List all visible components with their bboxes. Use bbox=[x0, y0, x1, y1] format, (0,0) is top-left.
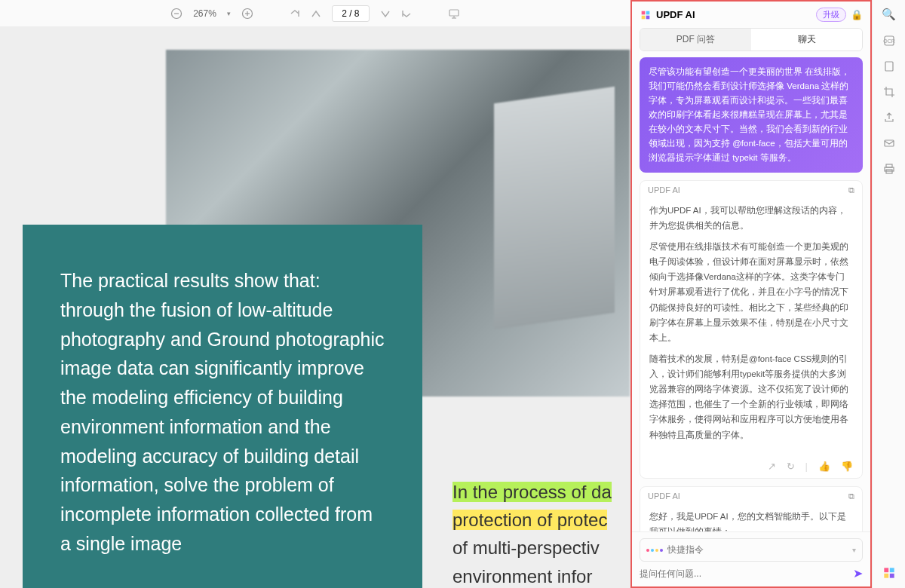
svg-rect-12 bbox=[886, 164, 892, 167]
message-sender: UPDF AI bbox=[648, 492, 680, 501]
next-page-button[interactable] bbox=[380, 8, 391, 19]
ask-input[interactable] bbox=[640, 568, 848, 579]
thumbs-up-icon[interactable]: 👍 bbox=[818, 461, 830, 472]
right-column-text: In the process of da protection of prote… bbox=[452, 478, 630, 588]
share-icon[interactable] bbox=[883, 112, 895, 124]
page-icon[interactable] bbox=[883, 60, 895, 72]
copy-icon[interactable]: ⧉ bbox=[848, 492, 854, 501]
message-sender: UPDF AI bbox=[648, 185, 680, 194]
user-prompt-card: 尽管该功能有望创造一个更美丽的世界 在线排版，我们可能仍然会看到设计师选择像 V… bbox=[640, 57, 863, 173]
message-actions: ↗ ↻ | 👍 👎 bbox=[640, 456, 862, 478]
mail-icon[interactable] bbox=[883, 137, 895, 149]
right-tool-rail: 🔍 OCR bbox=[872, 0, 905, 588]
copy-icon[interactable]: ⧉ bbox=[848, 185, 854, 195]
send-button[interactable]: ➤ bbox=[853, 566, 863, 580]
zoom-dropdown-icon[interactable]: ▾ bbox=[227, 10, 231, 17]
tab-chat[interactable]: 聊天 bbox=[751, 29, 862, 51]
zoom-out-button[interactable] bbox=[170, 8, 183, 20]
quick-command-button[interactable]: 快捷指令 ▾ bbox=[640, 538, 863, 562]
chevron-down-icon: ▾ bbox=[852, 546, 856, 554]
ai-message-list[interactable]: 尽管该功能有望创造一个更美丽的世界 在线排版，我们可能仍然会看到设计师选择像 V… bbox=[632, 57, 870, 531]
thumbs-down-icon[interactable]: 👎 bbox=[841, 461, 853, 472]
search-icon[interactable]: 🔍 bbox=[882, 8, 896, 21]
presentation-button[interactable] bbox=[448, 8, 460, 20]
teal-text-box: The practical results show that: through… bbox=[23, 225, 422, 588]
refresh-icon[interactable]: ↻ bbox=[787, 461, 795, 472]
page-number-input[interactable] bbox=[332, 5, 370, 22]
pdf-toolbar: 267% ▾ bbox=[0, 0, 630, 27]
svg-text:OCR: OCR bbox=[883, 38, 895, 44]
svg-rect-10 bbox=[885, 62, 893, 71]
ai-input-area: 快捷指令 ▾ ➤ bbox=[632, 531, 870, 586]
prev-page-button[interactable] bbox=[311, 8, 321, 19]
highlighted-text-yellow: protection of protec bbox=[452, 510, 607, 530]
ai-panel-title: UPDF AI bbox=[656, 9, 811, 20]
ai-tabs: PDF 问答 聊天 bbox=[640, 28, 863, 51]
ocr-icon[interactable]: OCR bbox=[883, 35, 895, 47]
first-page-button[interactable] bbox=[290, 8, 300, 19]
ai-side-panel: UPDF AI 升级 🔒 PDF 问答 聊天 尽管该功能有望创造一个更美丽的世界… bbox=[630, 0, 872, 588]
quick-command-icon bbox=[646, 549, 663, 552]
crop-icon[interactable] bbox=[883, 86, 895, 98]
ai-panel-header: UPDF AI 升级 🔒 bbox=[632, 2, 870, 28]
updf-ai-rail-icon[interactable] bbox=[882, 565, 897, 580]
last-page-button[interactable] bbox=[401, 8, 412, 19]
ai-message: UPDF AI ⧉ 作为UPDF AI，我可以帮助您理解这段话的内容，并为您提供… bbox=[640, 180, 863, 479]
lock-icon[interactable]: 🔒 bbox=[851, 9, 863, 20]
tab-pdf-qa[interactable]: PDF 问答 bbox=[640, 29, 751, 51]
print-icon[interactable] bbox=[883, 163, 895, 175]
svg-rect-11 bbox=[885, 140, 894, 146]
document-viewport[interactable]: The practical results show that: through… bbox=[0, 27, 630, 588]
ai-message: UPDF AI ⧉ 您好，我是UPDF AI，您的文档智能助手。以下是我可以做到… bbox=[640, 486, 863, 531]
zoom-in-button[interactable] bbox=[241, 8, 253, 20]
upgrade-button[interactable]: 升级 bbox=[816, 8, 846, 22]
zoom-level[interactable]: 267% bbox=[193, 8, 216, 19]
svg-rect-5 bbox=[449, 10, 459, 16]
teal-paragraph: The practical results show that: through… bbox=[60, 266, 385, 559]
share-icon[interactable]: ↗ bbox=[768, 461, 776, 472]
highlighted-text-green: In the process of da bbox=[452, 482, 612, 502]
updf-logo-icon bbox=[640, 9, 652, 21]
